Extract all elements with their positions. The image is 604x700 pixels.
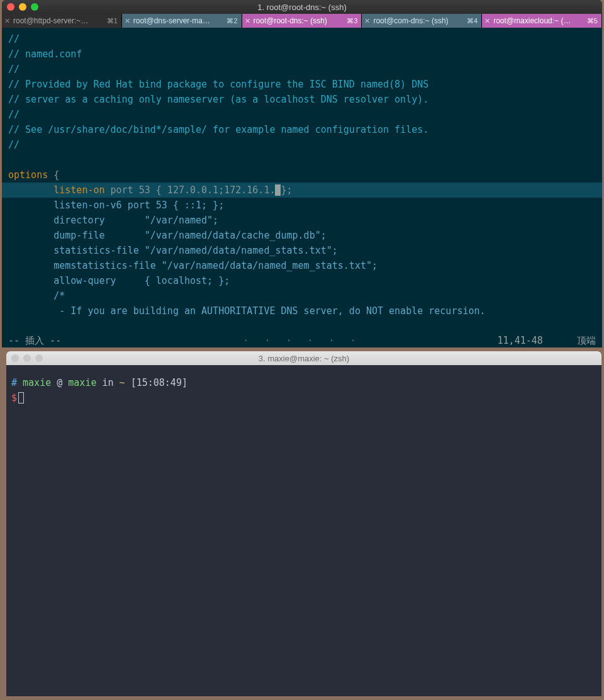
tab-label: root@maxiecloud:~ (… xyxy=(493,16,584,25)
zoom-icon[interactable] xyxy=(31,3,38,11)
code-line-options: options { xyxy=(2,167,602,183)
tab-shortcut: ⌘5 xyxy=(587,17,598,25)
tab-shortcut: ⌘3 xyxy=(347,17,357,25)
code-line: memstatistics-file "/var/named/data/name… xyxy=(2,258,602,273)
vim-cursor-pos: 11,41-48 xyxy=(498,333,543,347)
code-line-highlighted: listen-on port 53 { 127.0.0.1;172.16.1.}… xyxy=(2,183,602,198)
traffic-lights xyxy=(6,354,43,362)
code-line: // server as a caching only nameserver (… xyxy=(2,92,602,107)
prompt-in: in xyxy=(103,377,114,388)
code-line: listen-on-v6 port 53 { ::1; }; xyxy=(2,198,602,213)
traffic-lights xyxy=(2,3,38,11)
close-icon[interactable] xyxy=(11,354,19,362)
code-line: // xyxy=(2,107,602,122)
status-dots: · · · · · · xyxy=(243,333,361,347)
code-line: - If you are building an AUTHORITATIVE D… xyxy=(2,303,602,319)
titlebar-top[interactable]: 1. root@root-dns:~ (ssh) xyxy=(2,0,602,14)
minimize-icon[interactable] xyxy=(19,3,26,11)
titlebar-bottom[interactable]: 3. maxie@maxie: ~ (zsh) xyxy=(6,351,601,365)
prompt-dollar: $ xyxy=(11,392,17,404)
prompt-at: @ xyxy=(57,377,62,388)
tab-5[interactable]: ✕ root@maxiecloud:~ (… ⌘5 xyxy=(482,14,602,28)
tab-3[interactable]: ✕ root@root-dns:~ (ssh) ⌘3 xyxy=(242,14,362,28)
code-line: dump-file "/var/named/data/cache_dump.db… xyxy=(2,228,602,243)
prompt-path: ~ xyxy=(120,377,125,388)
tab-label: root@root-dns:~ (ssh) xyxy=(254,16,345,25)
prompt-user: maxie xyxy=(23,377,51,388)
prompt-input-line[interactable]: $ xyxy=(11,390,596,405)
code-line: // xyxy=(2,62,602,77)
tab-label: root@httpd-server:~… xyxy=(13,16,104,25)
code-line: // See /usr/share/doc/bind*/sample/ for … xyxy=(2,122,602,137)
code-line: directory "/var/named"; xyxy=(2,213,602,228)
window-title-top: 1. root@root-dns:~ (ssh) xyxy=(2,3,602,12)
code-line: // Provided by Red Hat bind package to c… xyxy=(2,77,602,92)
close-tab-icon[interactable]: ✕ xyxy=(484,17,490,25)
close-tab-icon[interactable]: ✕ xyxy=(364,17,370,25)
tab-2[interactable]: ✕ root@dns-server-ma… ⌘2 xyxy=(122,14,242,28)
prompt-time: [15:08:49] xyxy=(131,377,187,388)
close-tab-icon[interactable]: ✕ xyxy=(125,17,130,25)
code-line: allow-query { localhost; }; xyxy=(2,273,602,288)
close-tab-icon[interactable]: ✕ xyxy=(245,17,250,25)
code-line: // named.conf xyxy=(2,47,602,62)
tab-label: root@com-dns:~ (ssh) xyxy=(373,16,464,25)
shell-pane[interactable]: # maxie @ maxie in ~ [15:08:49] $ xyxy=(6,365,601,696)
tab-1[interactable]: ✕ root@httpd-server:~… ⌘1 xyxy=(2,14,122,28)
code-line: // xyxy=(2,31,602,47)
code-line: // xyxy=(2,137,602,152)
terminal-window-top: 1. root@root-dns:~ (ssh) ✕ root@httpd-se… xyxy=(2,0,602,347)
zoom-icon[interactable] xyxy=(35,354,43,362)
window-title-bottom: 3. maxie@maxie: ~ (zsh) xyxy=(6,354,601,363)
option-listen-on: listen-on xyxy=(53,184,104,196)
keyword-options: options xyxy=(8,169,48,181)
vim-mode: -- 插入 -- xyxy=(8,333,61,347)
minimize-icon[interactable] xyxy=(23,354,31,362)
vim-statusbar: -- 插入 -- · · · · · · 11,41-48 顶端 xyxy=(2,334,602,347)
tab-shortcut: ⌘1 xyxy=(107,17,118,25)
close-tab-icon[interactable]: ✕ xyxy=(4,17,10,25)
tab-shortcut: ⌘4 xyxy=(467,17,478,25)
tab-label: root@dns-server-ma… xyxy=(133,16,225,25)
prompt-hash: # xyxy=(11,377,17,388)
terminal-window-bottom: 3. maxie@maxie: ~ (zsh) # maxie @ maxie … xyxy=(6,351,601,696)
tab-4[interactable]: ✕ root@com-dns:~ (ssh) ⌘4 xyxy=(362,14,482,28)
tab-shortcut: ⌘2 xyxy=(226,17,237,25)
close-icon[interactable] xyxy=(7,3,14,11)
prompt-host: maxie xyxy=(68,377,96,388)
code-line: statistics-file "/var/named/data/named_s… xyxy=(2,243,602,258)
prompt-line: # maxie @ maxie in ~ [15:08:49] xyxy=(11,375,596,390)
tabbar: ✕ root@httpd-server:~… ⌘1 ✕ root@dns-ser… xyxy=(2,14,602,28)
cursor-icon xyxy=(18,392,24,404)
code-line-blank xyxy=(2,152,602,167)
editor-pane[interactable]: // // named.conf // // Provided by Red H… xyxy=(2,28,602,347)
vim-scroll-pos: 顶端 xyxy=(577,333,596,347)
code-line: /* xyxy=(2,288,602,303)
